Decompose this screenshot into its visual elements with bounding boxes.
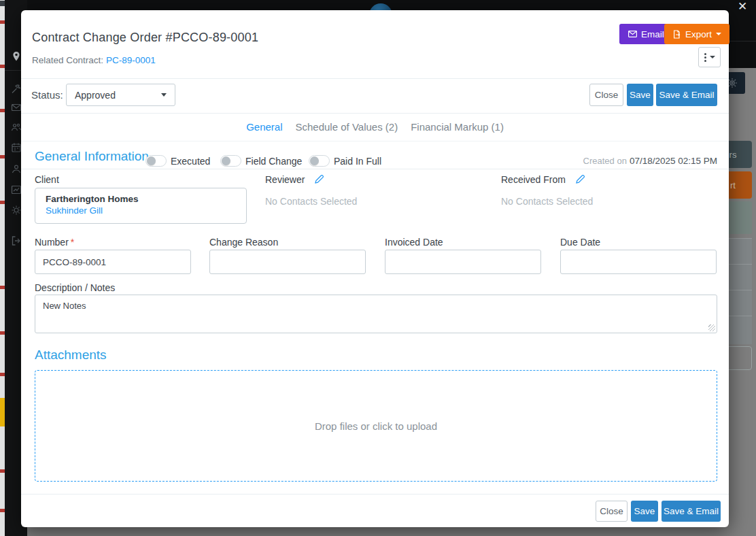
edit-pencil-icon[interactable] <box>314 174 324 184</box>
sidebar-item-calendar[interactable] <box>11 142 22 153</box>
received-from-label: Received From <box>501 174 585 185</box>
status-value: Approved <box>75 90 116 101</box>
divider <box>21 169 729 169</box>
field-change-toggle[interactable] <box>220 155 241 167</box>
email-button-label: Email <box>641 29 664 39</box>
reviewer-empty-state: No Contacts Selected <box>265 196 357 207</box>
textarea-resize-handle[interactable] <box>708 324 715 331</box>
client-label: Client <box>35 174 59 185</box>
required-asterisk: * <box>71 237 74 248</box>
reviewer-label: Reviewer <box>265 174 324 185</box>
tab-financial-markup[interactable]: Financial Markup (1) <box>411 121 504 133</box>
save-and-email-button-bottom[interactable]: Save & Email <box>662 501 721 522</box>
divider <box>21 113 729 114</box>
chevron-down-icon <box>716 33 721 35</box>
export-button-label: Export <box>685 29 712 39</box>
created-on-label: Created on <box>583 156 627 166</box>
hammer-icon <box>11 84 22 95</box>
related-contract-link[interactable]: PC-89-0001 <box>106 55 156 65</box>
number-label-text: Number <box>35 237 69 248</box>
edit-pencil-icon[interactable] <box>575 174 585 184</box>
attachments-title: Attachments <box>35 348 107 363</box>
minimap-mark <box>0 469 5 473</box>
client-contact-link[interactable]: Sukhinder Gill <box>46 205 236 216</box>
executed-toggle[interactable] <box>145 155 167 167</box>
minimap-mark <box>0 286 5 289</box>
logout-icon <box>11 235 22 246</box>
tab-bar: General Schedule of Values (2) Financial… <box>21 121 729 133</box>
person-icon <box>11 163 22 174</box>
calendar-icon <box>11 142 22 153</box>
kebab-icon <box>704 53 706 62</box>
sidebar-item-mail[interactable] <box>11 102 22 113</box>
screen: ✕ rs rt <box>0 0 756 536</box>
change-reason-label: Change Reason <box>209 237 278 248</box>
status-label: Status: <box>31 89 63 101</box>
window-close-icon[interactable]: ✕ <box>734 0 751 15</box>
status-dropdown[interactable]: Approved <box>66 84 175 106</box>
tab-general[interactable]: General <box>246 121 282 133</box>
chart-icon <box>11 184 22 195</box>
change-reason-input[interactable] <box>209 250 366 274</box>
file-dropzone[interactable]: Drop files or click to upload <box>35 370 717 482</box>
related-contract: Related Contract:PC-89-0001 <box>32 55 156 65</box>
save-and-email-button-top[interactable]: Save & Email <box>656 84 717 106</box>
invoiced-date-label: Invoiced Date <box>385 237 443 248</box>
created-on-value: 07/18/2025 02:15 PM <box>630 156 717 166</box>
paid-in-full-toggle-label: Paid In Full <box>334 156 381 167</box>
minimap-mark <box>0 201 5 204</box>
minimap-mark <box>0 65 5 68</box>
field-change-toggle-label: Field Change <box>245 156 302 167</box>
sidebar-item-logout[interactable] <box>11 235 22 246</box>
sidebar-item-tools[interactable] <box>11 84 22 95</box>
minimap-mark <box>0 1 5 6</box>
minimap-mark <box>0 373 5 376</box>
invoiced-date-input[interactable] <box>385 250 541 274</box>
general-information-title: General Information <box>35 149 149 164</box>
tab-schedule-of-values[interactable]: Schedule of Values (2) <box>296 121 398 133</box>
description-notes-textarea[interactable]: New Notes <box>35 295 717 333</box>
sidebar-item-team[interactable] <box>11 122 22 133</box>
chevron-down-icon <box>710 56 715 58</box>
received-from-label-text: Received From <box>501 174 566 185</box>
due-date-label: Due Date <box>560 237 600 248</box>
client-company: Fartherington Homes <box>46 194 236 204</box>
export-button[interactable]: Export <box>664 24 729 44</box>
reviewer-label-text: Reviewer <box>265 174 305 185</box>
page-scrollbar-minimap[interactable] <box>0 0 5 536</box>
envelope-icon <box>628 31 637 37</box>
description-notes-label: Description / Notes <box>35 282 115 293</box>
divider <box>21 78 729 79</box>
executed-toggle-label: Executed <box>171 156 210 167</box>
client-card[interactable]: Fartherington Homes Sukhinder Gill <box>35 188 247 224</box>
minimap-mark <box>0 509 5 512</box>
close-button-bottom[interactable]: Close <box>596 501 628 522</box>
divider <box>21 141 729 141</box>
gear-icon <box>11 205 22 216</box>
created-on: Created on07/18/2025 02:15 PM <box>583 156 717 166</box>
sidebar-item-reports[interactable] <box>11 184 22 195</box>
related-contract-label: Related Contract: <box>32 55 103 65</box>
close-button-top[interactable]: Close <box>589 84 623 106</box>
dropzone-text: Drop files or click to upload <box>315 420 437 432</box>
received-from-empty-state: No Contacts Selected <box>501 196 593 207</box>
location-pin-icon <box>11 51 22 62</box>
chevron-down-icon <box>161 93 167 97</box>
paid-in-full-toggle[interactable] <box>309 155 330 167</box>
minimap-mark <box>0 109 5 112</box>
team-icon <box>11 122 22 133</box>
minimap-mark <box>0 155 5 158</box>
sidebar-item-contact[interactable] <box>11 163 22 174</box>
sidebar-item-settings[interactable] <box>11 205 22 216</box>
more-actions-button[interactable] <box>698 47 721 67</box>
save-button-bottom[interactable]: Save <box>631 501 658 522</box>
save-button-top[interactable]: Save <box>627 84 653 106</box>
divider <box>21 494 729 495</box>
file-export-icon <box>672 30 681 39</box>
sidebar-item-location[interactable] <box>11 51 22 62</box>
number-input[interactable] <box>35 250 191 274</box>
due-date-input[interactable] <box>560 250 717 274</box>
minimap-mark <box>0 331 5 335</box>
number-label: Number* <box>35 237 74 248</box>
page-title: Contract Change Order #PCCO-89-0001 <box>32 31 258 45</box>
